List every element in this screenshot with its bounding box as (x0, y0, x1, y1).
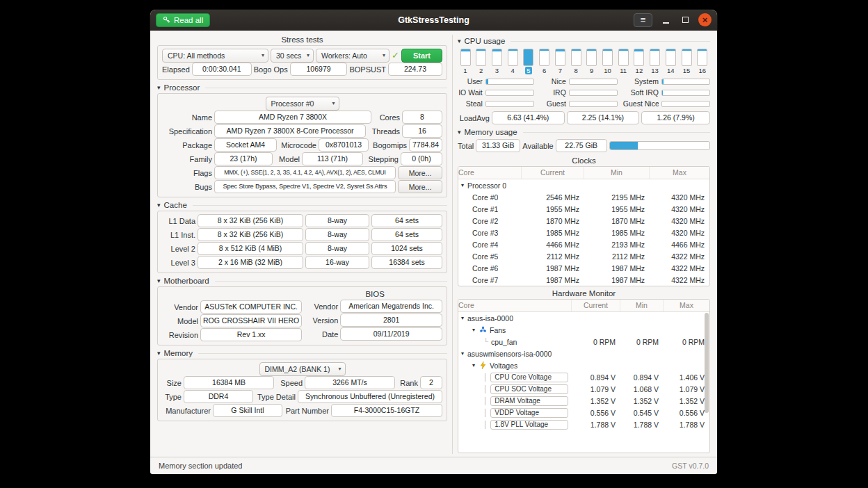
tree-row[interactable]: │1.8V PLL Voltage1.788 V1.788 V1.788 V (458, 418, 709, 430)
tree-row[interactable]: Core #31985 MHz1985 MHz4320 MHz (458, 227, 709, 238)
bugs-more-button[interactable]: More... (398, 180, 442, 193)
cores-value[interactable]: 8 (402, 111, 442, 124)
tree-guide-icon: │ (483, 409, 488, 416)
stepping-value[interactable]: 0 (0h) (401, 152, 442, 165)
titlebar[interactable]: Read all GtkStressTesting ≡ × (150, 10, 717, 31)
tree-row[interactable]: Core #71987 MHz1987 MHz4322 MHz (458, 274, 709, 286)
tree-row[interactable]: Core #52112 MHz2112 MHz4322 MHz (458, 250, 709, 262)
cache-ways-value[interactable]: 8-way (305, 242, 369, 255)
max-column-header[interactable]: Max (664, 300, 709, 311)
memory-total-value[interactable]: 31.33 GiB (476, 139, 520, 152)
cache-size-value[interactable]: 8 x 32 KiB (256 KiB) (198, 214, 303, 227)
minimize-button[interactable] (659, 14, 672, 26)
read-all-button[interactable]: Read all (156, 13, 210, 27)
min-column-header[interactable]: Min (584, 167, 650, 179)
dimm-speed-value[interactable]: 3266 MT/s (305, 376, 395, 389)
motherboard-expander[interactable]: ▾ Motherboard (157, 277, 447, 285)
flags-more-button[interactable]: More... (398, 166, 442, 179)
family-value[interactable]: 23 (17h) (214, 152, 273, 165)
scrollbar[interactable] (705, 313, 709, 452)
menu-button[interactable]: ≡ (634, 13, 652, 27)
cache-ways-value[interactable]: 8-way (305, 214, 369, 227)
dimm-type-detail-value[interactable]: Synchronous Unbuffered (Unregistered) (298, 390, 442, 403)
bogomips-value[interactable]: 7784.84 (409, 138, 442, 152)
tree-row[interactable]: │DRAM Voltage1.352 V1.352 V1.352 V (458, 395, 709, 407)
dimm-part-number-value[interactable]: F4-3000C15-16GTZ (331, 404, 442, 417)
close-button[interactable]: × (698, 13, 712, 26)
start-button[interactable]: Start (401, 49, 442, 63)
cache-size-value[interactable]: 2 x 16 MiB (32 MiB) (198, 256, 303, 269)
current-column-header[interactable]: Current (572, 300, 620, 311)
tree-row[interactable]: ▾Voltages (458, 359, 709, 371)
tree-row[interactable]: │CPU Core Voltage0.894 V0.894 V1.406 V (458, 371, 709, 383)
current-column-header[interactable]: Current (522, 167, 584, 179)
tree-row[interactable]: Core #44466 MHz2193 MHz4466 MHz (458, 238, 709, 250)
cpu-name-value[interactable]: AMD Ryzen 7 3800X (214, 111, 371, 124)
loadavg-15min-value[interactable]: 1.26 (7.9%) (641, 111, 710, 124)
cpu-usage-expander[interactable]: ▾ CPU usage (458, 37, 710, 45)
processor-expander[interactable]: ▾ Processor (157, 83, 447, 92)
specification-value[interactable]: AMD Ryzen 7 3800X 8-Core Processor (214, 124, 366, 138)
cache-ways-value[interactable]: 8-way (305, 228, 369, 241)
tree-row[interactable]: ▾Fans (458, 324, 709, 336)
memory-usage-expander[interactable]: ▾ Memory usage (458, 128, 710, 136)
cache-sets-value[interactable]: 16384 sets (371, 256, 442, 269)
core-column-header[interactable]: Core (458, 167, 522, 179)
expander-icon[interactable]: ▾ (461, 182, 464, 188)
flags-value[interactable]: MMX, (+), SSE(1, 2, 3, 3S, 4.1, 4.2, 4A)… (214, 166, 396, 179)
expander-icon[interactable]: ▾ (472, 327, 475, 333)
bios-date-value[interactable]: 09/11/2019 (340, 327, 442, 341)
tree-row[interactable]: Core #02546 MHz2195 MHz4320 MHz (458, 191, 709, 203)
stress-workers-dropdown[interactable]: Workers: Auto ▾ (316, 49, 389, 63)
elapsed-value[interactable]: 0:00:30.041 (192, 63, 252, 76)
tree-row[interactable]: ▾asuswmisensors-isa-0000 (458, 348, 709, 359)
loadavg-5min-value[interactable]: 2.25 (14.1%) (567, 111, 640, 124)
model-value[interactable]: 113 (71h) (302, 152, 363, 165)
max-column-header[interactable]: Max (650, 167, 709, 179)
threads-value[interactable]: 16 (402, 124, 442, 138)
cache-sets-value[interactable]: 64 sets (371, 214, 442, 227)
processor-selector-dropdown[interactable]: Processor #0 ▾ (266, 97, 339, 111)
stress-method-dropdown[interactable]: CPU: All methods ▾ (162, 49, 268, 63)
dimm-manufacturer-value[interactable]: G Skill Intl (213, 404, 282, 417)
dimm-size-value[interactable]: 16384 MB (184, 376, 274, 389)
core-column-header[interactable]: Core (458, 300, 572, 311)
memory-available-value[interactable]: 22.75 GiB (556, 139, 607, 152)
cache-ways-value[interactable]: 16-way (305, 256, 369, 269)
tree-row[interactable]: └cpu_fan0 RPM0 RPM0 RPM (458, 336, 709, 348)
dimm-type-value[interactable]: DDR4 (184, 390, 253, 403)
expander-icon[interactable]: ▾ (461, 315, 464, 321)
loadavg-1min-value[interactable]: 6.63 (41.4%) (492, 111, 565, 124)
bios-version-value[interactable]: 2801 (340, 314, 442, 327)
tree-row[interactable]: ▾Processor 0 (458, 179, 709, 191)
memory-expander[interactable]: ▾ Memory (157, 349, 447, 357)
bugs-value[interactable]: Spec Store Bypass, Spectre V1, Spectre V… (214, 180, 396, 193)
tree-row[interactable]: Core #21870 MHz1870 MHz4320 MHz (458, 215, 709, 227)
cache-size-value[interactable]: 8 x 32 KiB (256 KiB) (198, 228, 303, 241)
stress-duration-dropdown[interactable]: 30 secs ▾ (271, 49, 314, 63)
bios-vendor-value[interactable]: American Megatrends Inc. (340, 300, 442, 313)
package-value[interactable]: Socket AM4 (214, 138, 277, 152)
mb-vendor-value[interactable]: ASUSTeK COMPUTER INC. (200, 300, 302, 314)
mb-model-value[interactable]: ROG CROSSHAIR VII HERO (200, 314, 302, 327)
min-column-header[interactable]: Min (620, 300, 664, 311)
dimm-rank-value[interactable]: 2 (420, 376, 442, 389)
tree-row[interactable]: ▾asus-isa-0000 (458, 312, 709, 324)
mb-revision-value[interactable]: Rev 1.xx (200, 328, 302, 341)
cache-size-value[interactable]: 8 x 512 KiB (4 MiB) (198, 242, 303, 255)
tree-row[interactable]: │VDDP Voltage0.556 V0.545 V0.556 V (458, 407, 709, 418)
cache-expander[interactable]: ▾ Cache (157, 201, 447, 209)
maximize-button[interactable] (679, 14, 691, 26)
cache-sets-value[interactable]: 64 sets (371, 228, 442, 241)
tree-row[interactable]: Core #11955 MHz1955 MHz4320 MHz (458, 203, 709, 215)
microcode-value[interactable]: 0x8701013 (319, 138, 369, 152)
bogo-ops-value[interactable]: 106979 (290, 63, 348, 76)
cache-sets-value[interactable]: 1024 sets (371, 242, 442, 255)
scrollbar-thumb[interactable] (705, 313, 709, 413)
expander-icon[interactable]: ▾ (472, 362, 475, 368)
dimm-selector-dropdown[interactable]: DIMM_A2 (BANK 1) ▾ (259, 362, 346, 376)
tree-row[interactable]: Core #61987 MHz1987 MHz4322 MHz (458, 262, 709, 274)
bopsust-value[interactable]: 224.73 (388, 63, 442, 76)
expander-icon[interactable]: ▾ (461, 350, 464, 357)
tree-row[interactable]: │CPU SOC Voltage1.079 V1.068 V1.079 V (458, 383, 709, 395)
